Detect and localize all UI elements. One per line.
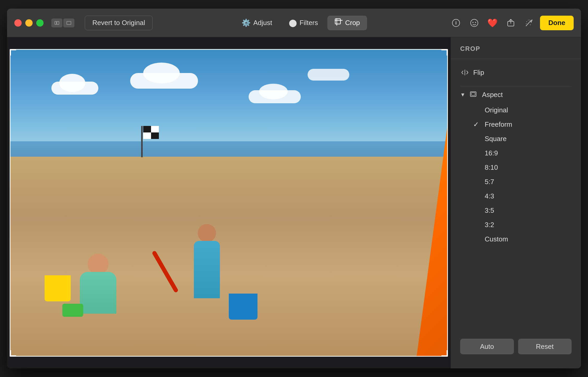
svg-rect-3 [335, 19, 340, 24]
revert-to-original-button[interactable]: Revert to Original [85, 16, 153, 30]
cloud-1 [51, 82, 98, 95]
option-label-custom: Custom [485, 235, 508, 243]
adjust-button[interactable]: ⚙️ Adjust [234, 16, 279, 30]
crop-icon [335, 18, 343, 27]
aspect-option-8-10[interactable]: 8:10 [473, 160, 581, 175]
crop-button[interactable]: Crop [327, 16, 367, 30]
svg-point-10 [475, 22, 476, 23]
clouds [32, 64, 426, 150]
sidebar-title: CROP [451, 45, 581, 59]
photo-area: 10 5 [7, 37, 451, 368]
flag [143, 126, 159, 139]
svg-point-9 [472, 22, 473, 23]
svg-rect-13 [471, 93, 475, 95]
sidebar-footer: Auto Reset [451, 332, 581, 361]
option-label-4-3: 4:3 [485, 192, 494, 200]
info-button[interactable]: i [449, 16, 463, 30]
cloud-2 [130, 73, 198, 89]
aspect-option-5-7[interactable]: 5:7 [473, 175, 581, 189]
flip-item[interactable]: Flip [451, 64, 581, 81]
option-label-3-2: 3:2 [485, 221, 494, 229]
toolbar-right: i ❤️ [449, 16, 574, 30]
aspect-section: ▼ Aspect Original ✓ [451, 86, 581, 246]
aspect-option-custom[interactable]: Custom [473, 232, 581, 246]
child-2 [194, 241, 220, 298]
aspect-option-4-3[interactable]: 4:3 [473, 189, 581, 203]
aspect-icon [469, 90, 478, 99]
svg-rect-0 [55, 21, 56, 25]
child-1 [80, 272, 116, 314]
window-size-large[interactable] [63, 19, 74, 27]
face-button[interactable] [467, 16, 482, 30]
beach-scene [10, 49, 448, 357]
option-label-8-10: 8:10 [485, 163, 498, 172]
window-size-small[interactable] [51, 19, 62, 27]
favorite-button[interactable]: ❤️ [485, 16, 500, 30]
svg-rect-1 [57, 21, 59, 25]
aspect-option-3-5[interactable]: 3:5 [473, 203, 581, 218]
option-label-freeform: Freeform [485, 120, 512, 129]
option-label-3-5: 3:5 [485, 206, 494, 215]
filters-button[interactable]: ⬤ Filters [281, 16, 325, 30]
sand [10, 157, 448, 357]
close-button[interactable] [14, 19, 22, 27]
photo-container[interactable]: 10 5 [10, 49, 448, 357]
svg-text:i: i [455, 20, 457, 26]
triangle-icon: ▼ [460, 92, 465, 98]
done-button[interactable]: Done [540, 16, 574, 30]
aspect-label: Aspect [482, 91, 503, 99]
beach-photo [10, 49, 448, 357]
option-label-original: Original [485, 106, 508, 114]
filters-icon: ⬤ [289, 19, 297, 27]
crop-sidebar: CROP Flip ▼ [451, 37, 581, 368]
titlebar: Revert to Original ⚙️ Adjust ⬤ Filters C [7, 9, 581, 37]
aspect-option-freeform[interactable]: ✓ Freeform [473, 117, 581, 132]
svg-rect-2 [67, 21, 71, 25]
flag-pole [141, 126, 143, 157]
minimize-button[interactable] [25, 19, 33, 27]
child-1-body [80, 272, 116, 314]
yellow-bucket [45, 275, 71, 301]
aspect-option-3-2[interactable]: 3:2 [473, 218, 581, 232]
blue-bucket [229, 294, 257, 320]
share-button[interactable] [503, 16, 518, 30]
toolbar-center: ⚙️ Adjust ⬤ Filters Crop [158, 16, 443, 30]
aspect-header[interactable]: ▼ Aspect [460, 86, 581, 103]
fullscreen-button[interactable] [36, 19, 44, 27]
aspect-option-16-9[interactable]: 16:9 [473, 146, 581, 160]
child-1-head [88, 254, 109, 275]
svg-point-8 [471, 19, 478, 27]
option-label-5-7: 5:7 [485, 178, 494, 186]
main-content: 10 5 [7, 37, 581, 368]
cloud-4 [308, 69, 349, 81]
magic-button[interactable] [522, 16, 536, 30]
check-freeform: ✓ [473, 120, 481, 129]
main-window: Revert to Original ⚙️ Adjust ⬤ Filters C [7, 9, 581, 368]
cloud-3 [249, 90, 301, 103]
option-label-square: Square [485, 135, 507, 143]
aspect-option-square[interactable]: Square [473, 132, 581, 146]
flip-icon [460, 68, 470, 77]
aspect-option-original[interactable]: Original [473, 103, 581, 117]
window-size-buttons [51, 19, 74, 27]
option-label-16-9: 16:9 [485, 149, 498, 157]
adjust-icon: ⚙️ [242, 19, 251, 27]
child-2-body [194, 241, 220, 298]
green-toy [62, 304, 83, 317]
reset-button[interactable]: Reset [518, 339, 572, 354]
auto-button[interactable]: Auto [460, 339, 514, 354]
flip-label: Flip [473, 69, 572, 77]
traffic-lights [14, 19, 44, 27]
flip-section: Flip [451, 59, 581, 86]
child-2-head [198, 224, 216, 242]
aspect-options: Original ✓ Freeform Square 16:9 [460, 103, 581, 246]
